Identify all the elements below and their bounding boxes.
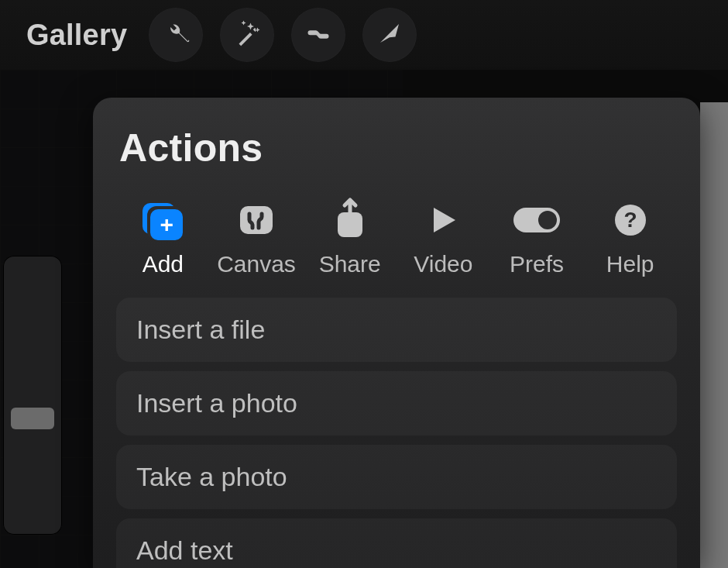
tab-share[interactable]: Share — [303, 200, 397, 277]
cursor-icon — [376, 19, 403, 50]
tab-share-label: Share — [319, 251, 381, 277]
actions-title: Actions — [119, 126, 677, 170]
tab-add-label: Add — [143, 251, 184, 277]
svg-text:?: ? — [623, 208, 637, 232]
actions-tool-button[interactable] — [149, 8, 203, 62]
option-insert-file[interactable]: Insert a file — [116, 298, 677, 362]
tab-help[interactable]: ? Help — [583, 200, 677, 277]
svg-rect-0 — [240, 206, 273, 234]
option-take-photo[interactable]: Take a photo — [116, 445, 677, 509]
share-icon — [331, 197, 369, 246]
selection-tool-button[interactable] — [291, 8, 345, 62]
gallery-button[interactable]: Gallery — [26, 19, 127, 52]
svg-point-3 — [538, 211, 557, 229]
brush-size-slider[interactable] — [3, 256, 62, 535]
topbar: Gallery — [0, 0, 728, 70]
option-add-text[interactable]: Add text — [116, 518, 677, 568]
tab-canvas-label: Canvas — [217, 251, 296, 277]
selection-icon — [304, 19, 332, 50]
wrench-icon — [162, 19, 190, 50]
play-icon — [424, 201, 462, 242]
magic-wand-icon — [233, 19, 261, 50]
tab-help-label: Help — [606, 251, 654, 277]
slider-thumb[interactable] — [11, 408, 54, 429]
tab-canvas[interactable]: Canvas — [210, 200, 304, 277]
actions-panel: Actions + Add Canvas — [93, 98, 700, 568]
toggle-icon — [512, 205, 561, 239]
tab-video[interactable]: Video — [397, 200, 490, 277]
help-icon: ? — [612, 201, 649, 242]
adjustments-tool-button[interactable] — [220, 8, 274, 62]
actions-tabs: + Add Canvas Share — [116, 184, 677, 285]
tab-prefs[interactable]: Prefs — [490, 200, 584, 277]
tab-prefs-label: Prefs — [510, 251, 564, 277]
tab-add[interactable]: + Add — [116, 200, 210, 277]
add-icon: + — [143, 203, 183, 240]
tab-video-label: Video — [414, 251, 472, 277]
add-options-list: Insert a file Insert a photo Take a phot… — [116, 298, 677, 568]
canvas-icon — [235, 201, 277, 242]
option-insert-photo[interactable]: Insert a photo — [116, 371, 677, 435]
move-tool-button[interactable] — [362, 8, 417, 62]
workspace: Gallery Actions — [0, 0, 728, 568]
